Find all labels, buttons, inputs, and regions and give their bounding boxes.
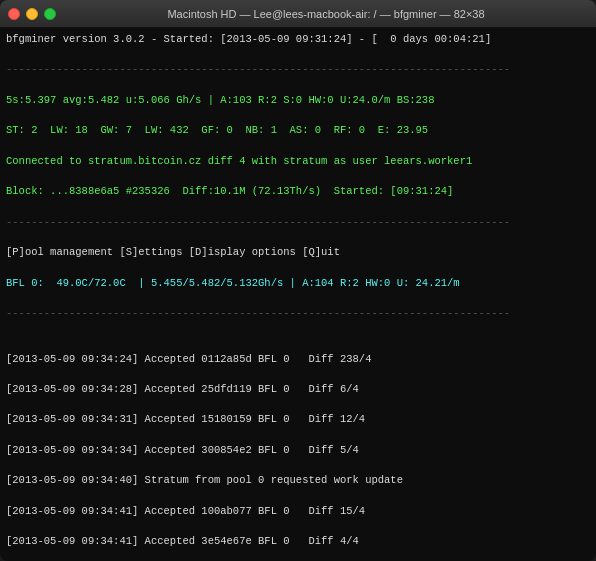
terminal-line: ST: 2 LW: 18 GW: 7 LW: 432 GF: 0 NB: 1 A… (6, 123, 590, 138)
terminal-line: bfgminer version 3.0.2 - Started: [2013-… (6, 32, 590, 47)
terminal-line: [2013-05-09 09:34:24] Accepted 0112a85d … (6, 352, 590, 367)
terminal-line: [2013-05-09 09:34:28] Accepted 25dfd119 … (6, 382, 590, 397)
maximize-button[interactable] (44, 8, 56, 20)
terminal-line: [2013-05-09 09:34:31] Accepted 15180159 … (6, 412, 590, 427)
terminal-line: [2013-05-09 09:34:34] Accepted 300854e2 … (6, 443, 590, 458)
terminal-line: 5s:5.397 avg:5.482 u:5.066 Gh/s | A:103 … (6, 93, 590, 108)
close-button[interactable] (8, 8, 20, 20)
terminal-line: [2013-05-09 09:34:40] Stratum from pool … (6, 473, 590, 488)
window-title: Macintosh HD — Lee@lees-macbook-air: / —… (64, 8, 588, 20)
terminal-line: BFL 0: 49.0C/72.0C | 5.455/5.482/5.132Gh… (6, 276, 590, 291)
traffic-lights (8, 8, 56, 20)
titlebar: Macintosh HD — Lee@lees-macbook-air: / —… (0, 0, 596, 28)
terminal-line: ----------------------------------------… (6, 306, 590, 321)
terminal-window: Macintosh HD — Lee@lees-macbook-air: / —… (0, 0, 596, 561)
terminal-line: Block: ...8388e6a5 #235326 Diff:10.1M (7… (6, 184, 590, 199)
terminal-line: ----------------------------------------… (6, 62, 590, 77)
terminal-line: [2013-05-09 09:34:41] Accepted 3e54e67e … (6, 534, 590, 549)
terminal-line: Connected to stratum.bitcoin.cz diff 4 w… (6, 154, 590, 169)
terminal-body: bfgminer version 3.0.2 - Started: [2013-… (0, 28, 596, 561)
terminal-line: ----------------------------------------… (6, 215, 590, 230)
terminal-line: [2013-05-09 09:34:41] Accepted 100ab077 … (6, 504, 590, 519)
terminal-output: bfgminer version 3.0.2 - Started: [2013-… (6, 32, 590, 557)
minimize-button[interactable] (26, 8, 38, 20)
terminal-line: [P]ool management [S]ettings [D]isplay o… (6, 245, 590, 260)
